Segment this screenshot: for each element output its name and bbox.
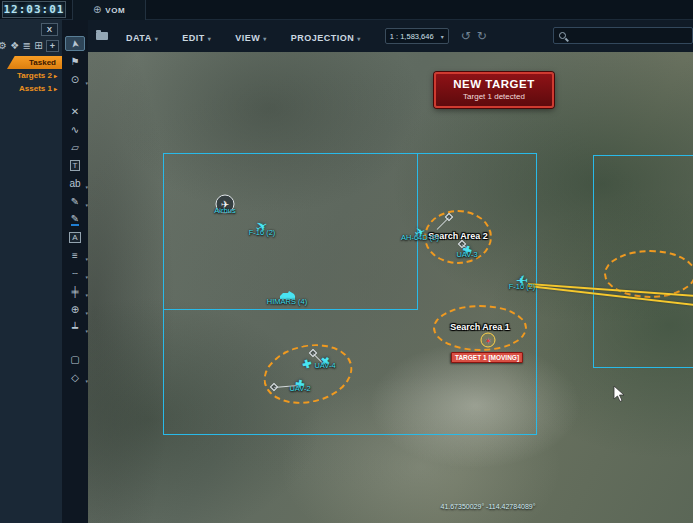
sidebar-tabs: TaskedTargets 2▸Assets 1▸ [0,56,62,95]
chevron-down-icon: ▾ [208,36,212,42]
search-input[interactable] [571,31,688,41]
unit-ah64d[interactable]: ✈AH-64D (2) [415,223,426,241]
shape-tool[interactable]: ◇▾ [65,370,85,385]
globe-icon: ⊕ [93,5,101,15]
new-target-alert[interactable]: NEW TARGET Target 1 detected [434,72,554,108]
map-canvas[interactable]: Search Area 2Search Area 1✈Airbus✈F-16 (… [88,52,693,523]
add-button[interactable]: + [46,40,59,52]
chevron-right-icon: ▸ [54,73,57,79]
menu-projection[interactable]: PROJECTION▾ [291,33,361,43]
undo-button[interactable]: ↺ [461,30,471,42]
alert-title: NEW TARGET [436,78,552,90]
unit-uav-3[interactable]: ✚UAV-3 [462,240,471,258]
tool-strip: ➤⚑⊙▾✕∿▱Tab▾✎▾✎A≡▾┄▾╪▾⊕▾┷▾▢◇▾ [62,20,88,523]
unit-uav-4-wing[interactable]: ✚ [302,354,311,372]
sidebar-tab-targets-2[interactable]: Targets 2▸ [0,69,62,82]
annotation-codes-tool[interactable]: ab▾ [65,176,85,191]
center-target-tool[interactable]: ⊕▾ [65,302,85,317]
annotation-codes-tool-icon: ab [69,178,80,190]
visibility-tool-icon: ⊙ [71,74,79,86]
menu-items: DATA▾EDIT▾VIEW▾PROJECTION▾ [126,27,385,45]
menu-edit[interactable]: EDIT▾ [182,33,211,43]
shape-tool-icon: ◇ [71,372,79,384]
line-style-tool-icon: ┄ [72,268,78,280]
label-style-tool-icon: A [69,232,80,243]
line-weight-tool[interactable]: ≡▾ [65,248,85,263]
unit-label: UAV-4 [314,361,335,370]
chevron-down-icon: ▾ [357,36,361,42]
chevron-down-icon: ▾ [263,36,267,42]
unit-f16-east[interactable]: ✈F-16 (2) [516,272,529,290]
sidebar-tab-label: Assets 1 [19,84,52,93]
unit-uav-2[interactable]: ✚UAV-2 [295,374,304,392]
unit-target-1[interactable]: ✶ [481,333,496,348]
line-weight-tool-icon: ≡ [72,250,78,262]
grid-icon[interactable]: ⊞ [34,40,42,52]
mission-clock: 12:03:01 [2,1,66,18]
route-tool-icon: ▢ [70,354,79,366]
target-glyph: ✶ [484,335,492,345]
top-bar: 12:03:01 ⊕ VOM [0,0,693,20]
center-target-tool-icon: ⊕ [71,304,79,316]
uav-icon: ✚ [301,357,313,372]
unit-label: HIMARS (4) [267,297,307,306]
text-tool[interactable]: T [65,158,85,173]
delete-tool[interactable]: ✕ [65,104,85,119]
select-tool-icon: ➤ [68,38,81,48]
menu-view[interactable]: VIEW▾ [235,33,267,43]
sidebar-tab-label: Targets 2 [17,71,52,80]
panel-close-button[interactable]: X [41,23,58,36]
highlight-color-tool-icon: ✎ [71,214,79,226]
map-scale-dropdown[interactable]: 1 : 1,583,646 ▾ [385,28,449,44]
unit-label: F-16 (2) [509,282,536,291]
mouse-cursor [613,385,625,407]
sidebar-tab-assets-1[interactable]: Assets 1▸ [0,82,62,95]
network-icon[interactable]: ❖ [10,40,19,52]
line-style-tool[interactable]: ┄▾ [65,266,85,281]
text-tool-icon: T [70,160,81,171]
sidebar-panel: X ⚙❖≣⊞+ TaskedTargets 2▸Assets 1▸ [0,20,62,523]
list-icon[interactable]: ≣ [23,40,31,52]
polygon-tool[interactable]: ▱ [65,140,85,155]
distribute-tool-icon: ╪ [71,286,78,298]
anchor-tool-icon: ┷ [72,322,78,334]
target-moving-badge: TARGET 1 [MOVING] [451,352,523,363]
app-window: 12:03:01 ⊕ VOM X ⚙❖≣⊞+ TaskedTargets 2▸A… [0,0,693,523]
folder-icon[interactable] [96,32,108,40]
menu-label: EDIT [182,33,205,43]
unit-label: UAV-3 [456,250,477,259]
flag-tool-icon: ⚑ [71,56,80,68]
route-tool[interactable]: ▢ [65,352,85,367]
curve-tool[interactable]: ∿ [65,122,85,137]
visibility-tool[interactable]: ⊙▾ [65,72,85,87]
search-box [553,27,693,44]
measure-tool-icon: ✎ [71,196,79,208]
redo-button[interactable]: ↻ [477,30,487,42]
cursor-coordinates: 41.67350029° -114.42784089° [388,503,588,510]
chevron-down-icon: ▾ [155,36,159,42]
chevron-right-icon: ▸ [54,86,57,92]
unit-himars[interactable]: HIMARS (4) [278,287,296,305]
unit-airbus[interactable]: ✈Airbus [216,195,235,214]
unit-f16-west[interactable]: ✈F-16 (2) [256,218,269,236]
map-scale-value: 1 : 1,583,646 [390,32,434,41]
distribute-tool[interactable]: ╪▾ [65,284,85,299]
measure-tool[interactable]: ✎▾ [65,194,85,209]
panel-icon-row: ⚙❖≣⊞+ [0,38,62,54]
chevron-down-icon: ▾ [441,33,444,40]
select-tool[interactable]: ➤ [65,36,85,51]
delete-tool-icon: ✕ [71,106,79,118]
menu-data[interactable]: DATA▾ [126,33,158,43]
anchor-tool[interactable]: ┷▾ [65,320,85,335]
unit-uav-4[interactable]: ✚UAV-4 [320,351,329,369]
vom-button[interactable]: ⊕ VOM [72,0,146,20]
label-style-tool[interactable]: A [65,230,85,245]
menu-label: PROJECTION [291,33,355,43]
flag-tool[interactable]: ⚑ [65,54,85,69]
sidebar-tab-tasked[interactable]: Tasked [7,56,62,69]
menu-label: VIEW [235,33,260,43]
target-icon: ✶ [481,333,496,348]
settings-icon[interactable]: ⚙ [0,40,7,52]
menu-label: DATA [126,33,152,43]
highlight-color-tool[interactable]: ✎ [65,212,85,227]
